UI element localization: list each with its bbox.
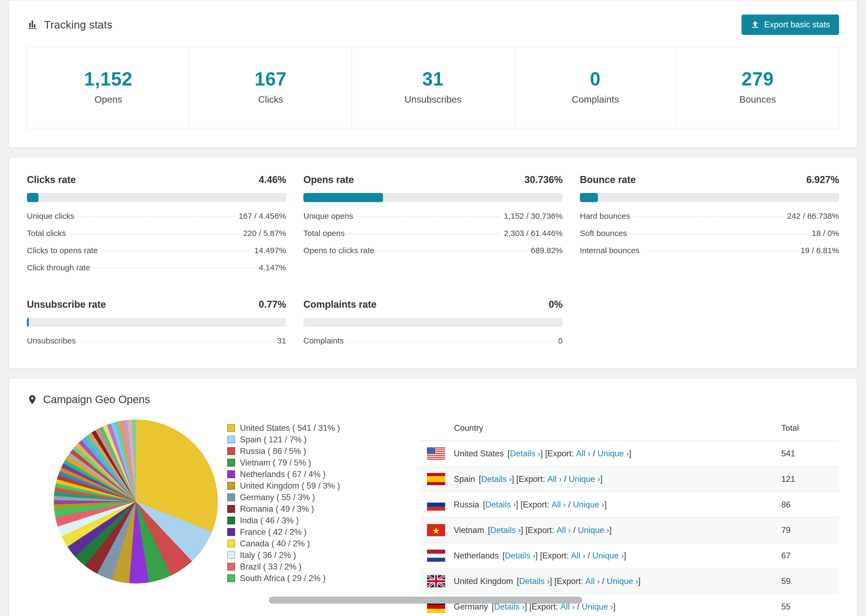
rate-row-label: Unique opens bbox=[303, 212, 353, 221]
export-all-link[interactable]: All › bbox=[552, 500, 566, 509]
stat-value: 279 bbox=[677, 68, 839, 90]
export-unique-link[interactable]: Unique › bbox=[569, 475, 600, 484]
legend-label: Brazil ( 33 / 2% ) bbox=[240, 561, 301, 572]
details-link[interactable]: Details › bbox=[510, 449, 540, 459]
export-button-label: Export basic stats bbox=[764, 20, 830, 30]
export-unique-link[interactable]: Unique › bbox=[578, 525, 609, 535]
rate-row: Opens to clicks rate689.82% bbox=[303, 242, 563, 259]
legend-item-india: India ( 46 / 3% ) bbox=[227, 515, 420, 526]
rate-row-label: Internal bounces bbox=[580, 246, 639, 255]
export-unique-link[interactable]: Unique › bbox=[573, 500, 604, 509]
horizontal-scrollbar[interactable] bbox=[269, 597, 582, 603]
export-unique-link[interactable]: Unique › bbox=[607, 577, 638, 586]
country-total: 79 bbox=[781, 517, 839, 543]
rate-title: Bounce rate bbox=[580, 174, 636, 185]
details-link[interactable]: Details › bbox=[505, 551, 535, 561]
country-cell: United Kingdom[Details ›] [Export: All ›… bbox=[420, 575, 781, 587]
details-link[interactable]: Details › bbox=[519, 577, 550, 586]
rate-block-unsubscribe-rate: Unsubscribe rate0.77%Unsubscribes31 bbox=[27, 299, 286, 349]
flag-us-icon bbox=[427, 448, 445, 460]
country-total: 121 bbox=[781, 466, 839, 492]
dotted-leader bbox=[356, 216, 501, 217]
export-unique-link[interactable]: Unique › bbox=[582, 602, 613, 612]
export-all-link[interactable]: All › bbox=[556, 525, 571, 535]
legend-item-south-africa: South Africa ( 29 / 2% ) bbox=[227, 572, 420, 584]
legend-item-brazil: Brazil ( 33 / 2% ) bbox=[227, 561, 420, 572]
legend-label: Netherlands ( 67 / 4% ) bbox=[240, 468, 326, 480]
country-name: Spain bbox=[454, 475, 475, 484]
country-cell: Netherlands[Details ›] [Export: All › / … bbox=[420, 550, 781, 562]
legend-swatch bbox=[227, 563, 235, 570]
export-all-link[interactable]: All › bbox=[547, 475, 562, 484]
pie-chart-wrap bbox=[27, 416, 227, 616]
rates-card: Clicks rate4.46%Unique clicks167 / 4.456… bbox=[9, 157, 857, 369]
rate-row-label: Clicks to opens rate bbox=[27, 246, 98, 255]
export-basic-stats-button[interactable]: Export basic stats bbox=[742, 14, 839, 35]
dotted-leader bbox=[630, 234, 808, 234]
export-icon bbox=[751, 20, 760, 29]
rate-head: Bounce rate6.927% bbox=[580, 174, 839, 185]
table-row-united-states: United States[Details ›] [Export: All › … bbox=[420, 441, 839, 466]
dotted-leader bbox=[643, 251, 797, 251]
flag-nl-icon bbox=[427, 550, 445, 562]
legend-label: Vietnam ( 79 / 5% ) bbox=[240, 457, 311, 468]
progress-bar-track bbox=[303, 193, 563, 202]
rate-row-value: 0 bbox=[558, 336, 563, 345]
geo-table: Country Total United States[Details ›] [… bbox=[420, 416, 839, 616]
rate-title: Complaints rate bbox=[303, 299, 376, 310]
table-row-vietnam: Vietnam[Details ›] [Export: All › / Uniq… bbox=[420, 517, 839, 543]
export-label: Export: bbox=[542, 551, 571, 561]
flag-gb-icon bbox=[427, 575, 445, 587]
rate-row-value: 220 / 5.87% bbox=[243, 229, 286, 238]
legend-swatch bbox=[227, 540, 235, 547]
legend-label: India ( 46 / 3% ) bbox=[240, 515, 299, 526]
rate-row-label: Unsubscribes bbox=[27, 336, 76, 345]
geo-pie-chart bbox=[54, 420, 218, 583]
rate-row-label: Complaints bbox=[303, 336, 344, 345]
rate-percentage: 0% bbox=[549, 299, 563, 310]
legend-item-united-states: United States ( 541 / 31% ) bbox=[227, 422, 420, 434]
legend-label: Russia ( 86 / 5% ) bbox=[240, 445, 306, 457]
rate-row-label: Opens to clicks rate bbox=[303, 246, 374, 255]
export-all-link[interactable]: All › bbox=[576, 449, 590, 459]
rate-percentage: 6.927% bbox=[806, 174, 839, 185]
country-cell: Russia[Details ›] [Export: All › / Uniqu… bbox=[420, 498, 781, 511]
tracking-stats-card: Tracking stats Export basic stats 1,152O… bbox=[9, 0, 857, 148]
export-all-link[interactable]: All › bbox=[571, 551, 585, 561]
table-row-spain: Spain[Details ›] [Export: All › / Unique… bbox=[420, 466, 839, 492]
dotted-leader bbox=[78, 216, 235, 217]
legend-label: Spain ( 121 / 7% ) bbox=[240, 434, 307, 445]
stat-label: Bounces bbox=[677, 94, 839, 105]
rate-row-value: 31 bbox=[277, 336, 286, 345]
progress-bar-track bbox=[580, 193, 839, 202]
rate-row: Click through rate4.147% bbox=[27, 259, 286, 276]
country-cell: Spain[Details ›] [Export: All › / Unique… bbox=[420, 473, 781, 485]
export-unique-link[interactable]: Unique › bbox=[597, 449, 629, 459]
progress-bar-track bbox=[303, 318, 563, 327]
rate-title: Opens rate bbox=[303, 174, 354, 185]
details-link[interactable]: Details › bbox=[481, 475, 512, 484]
export-unique-link[interactable]: Unique › bbox=[592, 551, 624, 561]
country-total: 59 bbox=[781, 569, 839, 594]
stat-label: Complaints bbox=[515, 94, 676, 105]
country-cell: Vietnam[Details ›] [Export: All › / Uniq… bbox=[420, 524, 781, 536]
details-link[interactable]: Details › bbox=[485, 500, 516, 509]
legend-swatch bbox=[227, 447, 235, 455]
stat-card-complaints: 0Complaints bbox=[515, 47, 677, 128]
rate-row-label: Click through rate bbox=[27, 263, 90, 272]
rate-row-value: 1,152 / 30.736% bbox=[504, 212, 563, 221]
legend-item-russia: Russia ( 86 / 5% ) bbox=[227, 445, 420, 457]
legend-swatch bbox=[227, 470, 235, 478]
rate-row-value: 167 / 4.456% bbox=[239, 212, 286, 221]
rate-title: Unsubscribe rate bbox=[27, 299, 106, 310]
export-label: Export: bbox=[527, 525, 556, 535]
table-row-united-kingdom: United Kingdom[Details ›] [Export: All ›… bbox=[420, 569, 839, 594]
legend-item-france: France ( 42 / 2% ) bbox=[227, 526, 420, 538]
details-link[interactable]: Details › bbox=[490, 525, 521, 535]
table-row-netherlands: Netherlands[Details ›] [Export: All › / … bbox=[420, 543, 839, 569]
rate-row-value: 689.82% bbox=[531, 246, 563, 255]
stat-card-bounces: 279Bounces bbox=[677, 47, 839, 128]
export-all-link[interactable]: All › bbox=[586, 577, 600, 586]
rate-row-label: Unique clicks bbox=[27, 212, 74, 221]
country-cell: United States[Details ›] [Export: All › … bbox=[420, 448, 781, 460]
